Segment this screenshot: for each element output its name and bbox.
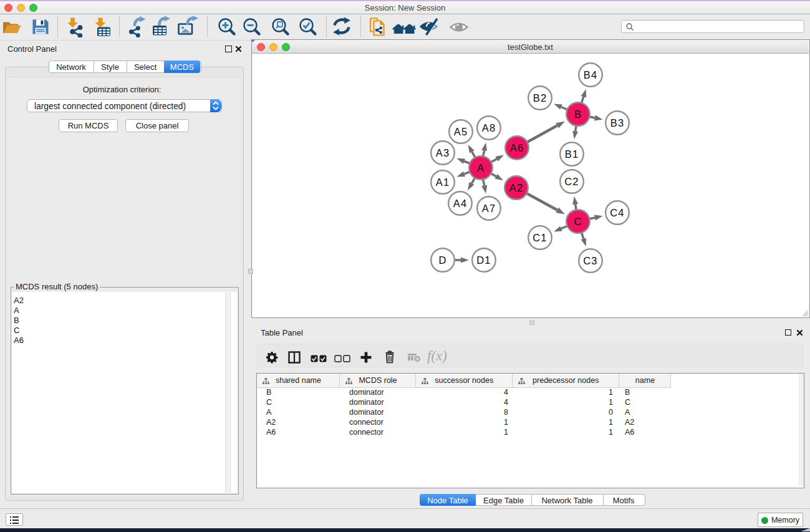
svg-text:D1: D1 (476, 254, 491, 266)
svg-text:D: D (438, 254, 446, 266)
svg-text:C2: C2 (564, 176, 579, 187)
svg-text:A8: A8 (482, 122, 496, 133)
svg-text:C3: C3 (583, 255, 598, 266)
svg-text:A4: A4 (453, 198, 468, 209)
svg-text:A: A (477, 162, 485, 173)
svg-text:B4: B4 (584, 69, 598, 80)
svg-text:A7: A7 (482, 203, 496, 214)
svg-text:C1: C1 (533, 232, 547, 243)
svg-text:C4: C4 (610, 207, 625, 218)
svg-text:C: C (574, 216, 582, 227)
svg-text:B2: B2 (533, 92, 547, 104)
svg-text:B: B (574, 109, 582, 120)
svg-text:A5: A5 (454, 126, 468, 137)
svg-text:A6: A6 (510, 142, 524, 153)
svg-text:A1: A1 (436, 177, 450, 188)
svg-text:A2: A2 (509, 182, 524, 193)
svg-text:B1: B1 (565, 148, 579, 160)
svg-text:B3: B3 (610, 117, 625, 128)
svg-text:A3: A3 (436, 147, 450, 158)
